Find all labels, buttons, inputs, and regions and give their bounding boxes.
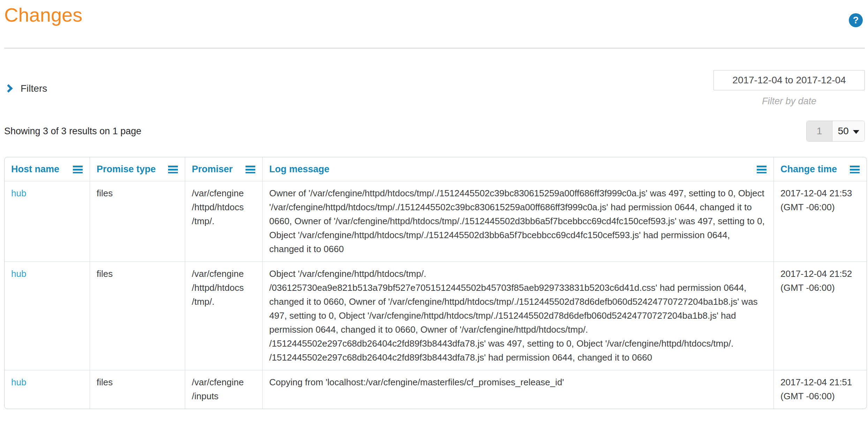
- promiser-cell: /var/cfengine/inputs: [185, 370, 263, 409]
- results-summary: Showing 3 of 3 results on 1 page: [4, 126, 141, 137]
- column-menu-icon[interactable]: [850, 166, 860, 173]
- log-message-cell: Copying from 'localhost:/var/cfengine/ma…: [263, 370, 774, 409]
- date-range-input[interactable]: [714, 70, 865, 90]
- host-link[interactable]: hub: [11, 377, 26, 387]
- host-link[interactable]: hub: [11, 188, 26, 198]
- column-menu-icon[interactable]: [168, 166, 178, 173]
- summary-row: Showing 3 of 3 results on 1 page 1 50: [4, 121, 865, 142]
- column-menu-icon[interactable]: [246, 166, 255, 173]
- host-cell: hub: [5, 370, 90, 409]
- filters-toggle[interactable]: Filters: [4, 83, 47, 94]
- column-label: Change time: [780, 164, 837, 175]
- column-header-change-time: Change time: [774, 157, 867, 181]
- page-header: Changes ?: [4, 0, 865, 27]
- change-time-cell: 2017-12-04 21:52 (GMT -06:00): [774, 262, 867, 370]
- page-title: Changes: [4, 3, 82, 27]
- changes-page: Changes ? Filters Filter by date Showing…: [0, 0, 868, 409]
- chevron-right-icon: [4, 84, 13, 92]
- host-cell: hub: [5, 262, 90, 370]
- column-header-promise-type: Promise type: [90, 157, 185, 181]
- pagination: 1 50: [806, 121, 865, 142]
- page-number-button[interactable]: 1: [807, 121, 832, 141]
- column-label: Log message: [269, 164, 330, 175]
- promiser-cell: /var/cfengine/httpd/htdocs/tmp/.: [185, 262, 263, 370]
- table-row: hub files /var/cfengine/httpd/htdocs/tmp…: [5, 262, 867, 370]
- page-size-value: 50: [838, 126, 848, 137]
- column-menu-icon[interactable]: [757, 166, 767, 173]
- column-label: Promiser: [192, 164, 233, 175]
- host-link[interactable]: hub: [11, 269, 26, 279]
- promiser-cell: /var/cfengine/httpd/htdocs/tmp/.: [185, 181, 263, 262]
- date-filter: Filter by date: [714, 70, 865, 107]
- promise-type-cell: files: [90, 262, 185, 370]
- change-time-cell: 2017-12-04 21:51 (GMT -06:00): [774, 370, 867, 409]
- column-header-log-message: Log message: [263, 157, 774, 181]
- host-cell: hub: [5, 181, 90, 262]
- promise-type-cell: files: [90, 181, 185, 262]
- table-header-row: Host name Promise type Promiser: [5, 157, 867, 181]
- column-label: Promise type: [97, 164, 156, 175]
- column-header-promiser: Promiser: [185, 157, 263, 181]
- header-divider: [4, 48, 865, 48]
- log-message-cell: Object '/var/cfengine/httpd/htdocs/tmp/.…: [263, 262, 774, 370]
- help-icon[interactable]: ?: [849, 13, 863, 27]
- table-row: hub files /var/cfengine/inputs Copying f…: [5, 370, 867, 409]
- changes-table: Host name Promise type Promiser: [4, 157, 867, 409]
- change-time-cell: 2017-12-04 21:53 (GMT -06:00): [774, 181, 867, 262]
- promise-type-cell: files: [90, 370, 185, 409]
- filters-row: Filters Filter by date: [4, 70, 865, 107]
- page-size-dropdown[interactable]: 50: [832, 121, 865, 141]
- chevron-down-icon: [853, 130, 859, 134]
- column-menu-icon[interactable]: [73, 166, 83, 173]
- filters-label: Filters: [21, 83, 47, 94]
- date-filter-hint: Filter by date: [714, 96, 865, 107]
- table-row: hub files /var/cfengine/httpd/htdocs/tmp…: [5, 181, 867, 262]
- log-message-cell: Owner of '/var/cfengine/httpd/htdocs/tmp…: [263, 181, 774, 262]
- column-header-host-name: Host name: [5, 157, 90, 181]
- column-label: Host name: [11, 164, 59, 175]
